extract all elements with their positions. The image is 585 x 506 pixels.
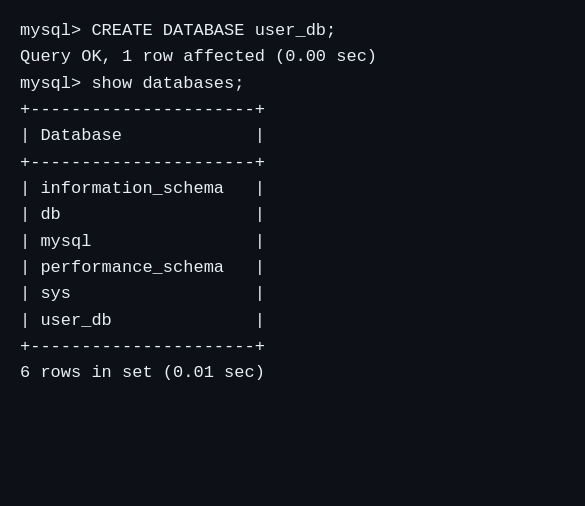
terminal-line-row1: | information_schema | <box>20 176 565 202</box>
terminal-line-row5: | sys | <box>20 281 565 307</box>
terminal-line-border1: +----------------------+ <box>20 97 565 123</box>
terminal-line-cmd2: mysql> show databases; <box>20 71 565 97</box>
terminal-line-row2: | db | <box>20 202 565 228</box>
terminal-line-row4: | performance_schema | <box>20 255 565 281</box>
terminal-line-header: | Database | <box>20 123 565 149</box>
terminal-line-border2: +----------------------+ <box>20 150 565 176</box>
terminal-line-result1: Query OK, 1 row affected (0.00 sec) <box>20 44 565 70</box>
terminal-line-row6: | user_db | <box>20 308 565 334</box>
terminal-line-result2: 6 rows in set (0.01 sec) <box>20 360 565 386</box>
terminal-line-border3: +----------------------+ <box>20 334 565 360</box>
terminal-line-row3: | mysql | <box>20 229 565 255</box>
terminal-output: mysql> CREATE DATABASE user_db;Query OK,… <box>20 18 565 387</box>
terminal-line-cmd1: mysql> CREATE DATABASE user_db; <box>20 18 565 44</box>
